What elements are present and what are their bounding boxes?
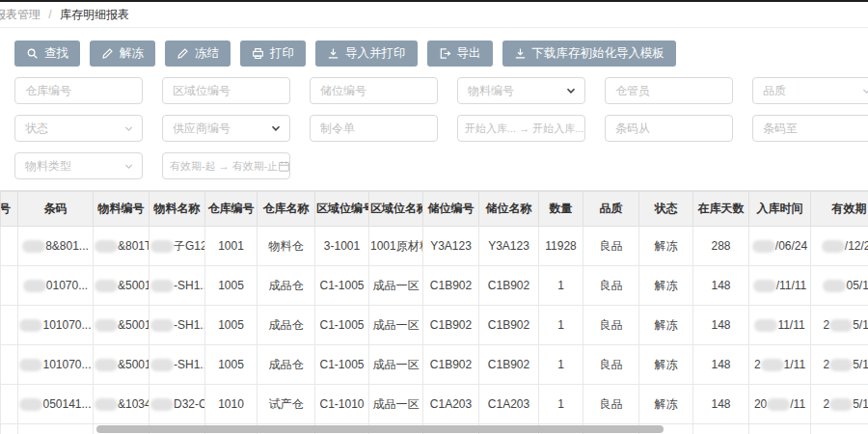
- placeholder-text: 区域位编号: [173, 83, 282, 99]
- table-cell: 01070...: [18, 266, 94, 306]
- button-label: 导入并打印: [345, 45, 406, 62]
- date-from-placeholder: 开始入库...: [465, 122, 516, 136]
- download-template-button[interactable]: 下载库存初始化导入模板: [502, 41, 677, 67]
- table-cell: 25/10: [811, 306, 868, 345]
- table-cell: 148: [693, 345, 749, 385]
- inventory-table-container: 号条码物料编号物料名称仓库编号仓库名称区域位编号区域位名称储位编号储位名称数量品…: [0, 190, 868, 434]
- column-header: 区域位编号: [315, 192, 369, 227]
- export-button[interactable]: 导出: [427, 41, 493, 67]
- column-header: 物料编号: [94, 192, 149, 227]
- export-icon: [439, 47, 451, 60]
- redaction-blob: [19, 319, 42, 332]
- warehouse-no-input[interactable]: 仓库编号: [14, 77, 143, 104]
- table-cell: 1: [539, 266, 583, 306]
- table-cell: C1-1005: [315, 266, 369, 306]
- keeper-input[interactable]: 仓管员: [605, 77, 733, 104]
- redaction-blob: [752, 240, 775, 253]
- table-cell: 1001原材料...: [369, 227, 423, 266]
- table-row[interactable]: 101070...&5001...-SH1...1005成品仓C1-1005成品…: [1, 306, 868, 345]
- inbound-date-range[interactable]: 开始入库...→开始入库...: [457, 115, 585, 142]
- storage-no-input[interactable]: 储位编号: [310, 77, 438, 104]
- freeze-button[interactable]: 冻结: [165, 41, 231, 67]
- pencil-icon: [101, 47, 114, 60]
- column-header: 数量: [539, 192, 583, 227]
- table-cell: 21/11: [749, 345, 811, 385]
- column-header: 储位编号: [423, 192, 479, 227]
- material-no-select[interactable]: 物料编号: [457, 77, 585, 104]
- redaction-blob: [22, 240, 45, 253]
- table-cell: &5001...: [94, 266, 149, 306]
- toolbar: 查找解冻冻结打印导入并打印导出下载库存初始化导入模板: [0, 28, 868, 67]
- table-cell: 148: [693, 385, 749, 424]
- table-cell: [1, 345, 18, 385]
- table-row[interactable]: 101070...&5001...-SH1...1005成品仓C1-1005成品…: [1, 345, 868, 385]
- chevron-down-bold-icon: [270, 122, 282, 134]
- table-body: 8&801...&801T...子G121001物料仓3-10011001原材料…: [1, 227, 868, 434]
- area-no-input[interactable]: 区域位编号: [162, 77, 290, 104]
- button-label: 查找: [44, 45, 68, 62]
- table-cell: 成品一区: [369, 266, 423, 306]
- column-header: 区域位名称: [369, 192, 423, 227]
- search-button[interactable]: 查找: [14, 41, 80, 67]
- unfreeze-button[interactable]: 解冻: [90, 41, 155, 67]
- date-from-placeholder: 有效期-起: [170, 159, 216, 174]
- barcode-to-input[interactable]: 条码至: [752, 115, 868, 142]
- placeholder-text: 仓管员: [615, 83, 724, 99]
- table-cell: C1A203: [479, 385, 539, 424]
- table-cell: 1005: [205, 345, 258, 385]
- calendar-icon: [583, 122, 585, 135]
- table-cell: 25/14: [811, 424, 868, 434]
- table-cell: 20/11: [749, 385, 811, 424]
- table-cell: [1, 266, 18, 306]
- column-header: 仓库名称: [258, 192, 315, 227]
- column-header: 有效期: [811, 192, 868, 227]
- table-cell: 1001: [205, 227, 258, 266]
- table-cell: 良品: [583, 266, 639, 306]
- breadcrumb-root[interactable]: 报表管理: [0, 8, 41, 21]
- print-button[interactable]: 打印: [240, 41, 306, 67]
- barcode-from-input[interactable]: 条码从: [605, 115, 733, 142]
- redaction-blob: [829, 359, 853, 371]
- table-cell: 050141...: [18, 424, 94, 434]
- table-cell: 良品: [583, 345, 639, 385]
- table-cell: 成品仓: [258, 266, 315, 306]
- import-print-button[interactable]: 导入并打印: [315, 41, 418, 67]
- table-cell: 101070...: [18, 306, 94, 345]
- redaction-blob: [822, 240, 845, 253]
- table-cell: /11/11: [749, 266, 811, 306]
- table-cell: 050141...: [18, 385, 94, 424]
- placeholder-text: 供应商编号: [173, 121, 266, 137]
- table-cell: 解冻: [639, 266, 693, 306]
- table-row[interactable]: 8&801...&801T...子G121001物料仓3-10011001原材料…: [1, 227, 868, 266]
- table-cell: 解冻: [639, 306, 693, 345]
- date-to-placeholder: 开始入库...: [532, 122, 583, 136]
- table-cell: 148: [693, 306, 749, 345]
- redaction-blob: [761, 359, 784, 371]
- validity-date-range[interactable]: 有效期-起→有效期-止: [162, 152, 290, 179]
- redaction-blob: [150, 359, 174, 371]
- button-label: 打印: [270, 45, 294, 62]
- mo-input[interactable]: 制令单: [310, 115, 438, 142]
- calendar-icon: [278, 160, 290, 173]
- placeholder-text: 仓库编号: [25, 83, 134, 99]
- table-cell: &801T...: [94, 227, 149, 266]
- redaction-blob: [150, 319, 174, 332]
- clipped-header-text: 号: [1, 201, 12, 217]
- table-row[interactable]: 050141...&1034...D32-C21010试产仓C1-1010成品一…: [1, 385, 868, 424]
- table-cell: C1B902: [423, 306, 479, 345]
- redaction-blob: [823, 280, 846, 292]
- placeholder-text: 状态: [25, 121, 120, 137]
- search-icon: [26, 47, 39, 60]
- column-header: 在库天数: [693, 192, 749, 227]
- horizontal-scrollbar-thumb[interactable]: [96, 425, 664, 433]
- table-cell: 1: [539, 385, 583, 424]
- filter-panel: 仓库编号区域位编号储位编号物料编号仓管员品质状态供应商编号制令单开始入库...→…: [0, 67, 868, 179]
- supplier-no-select[interactable]: 供应商编号: [162, 115, 290, 142]
- table-cell: 解冻: [639, 385, 693, 424]
- redaction-blob: [767, 398, 790, 411]
- chevron-down-icon: [861, 86, 868, 96]
- table-row[interactable]: 01070...&5001...-SH1...1005成品仓C1-1005成品一…: [1, 266, 868, 306]
- material-type-select[interactable]: 物料类型: [14, 152, 143, 179]
- status-select[interactable]: 状态: [14, 115, 143, 142]
- quality-select[interactable]: 品质: [752, 77, 868, 104]
